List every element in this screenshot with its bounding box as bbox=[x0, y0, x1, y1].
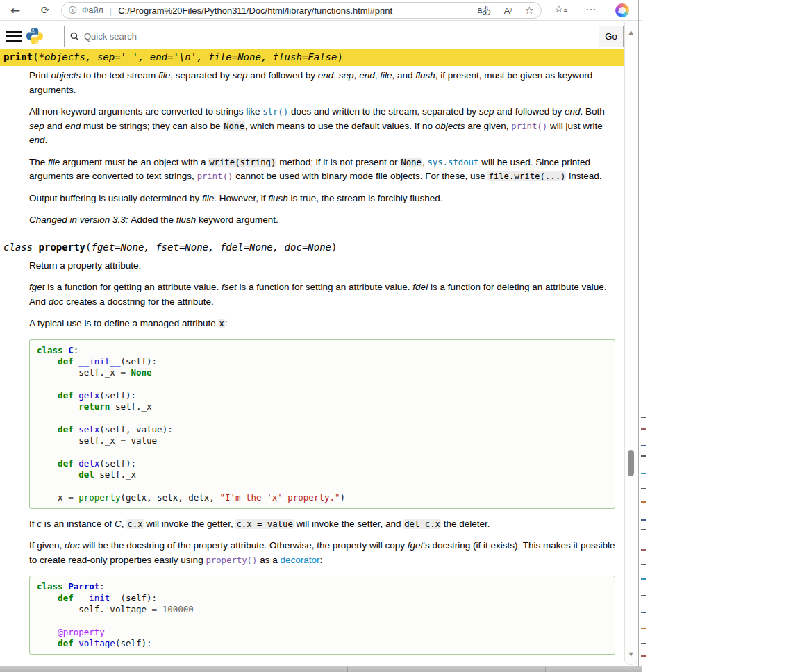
emphasis-text: flush bbox=[268, 193, 288, 203]
text-span: If given, bbox=[29, 540, 65, 551]
url-text[interactable]: C:/Program%20Files/Python311/Doc/html/li… bbox=[118, 6, 465, 16]
text-span: is an instance of bbox=[42, 519, 115, 529]
code-token: self._voltage bbox=[37, 604, 152, 614]
text-span: . bbox=[333, 70, 339, 81]
property-class-entry: class property(fget=None, fset=None, fde… bbox=[0, 239, 624, 655]
background-window-sliver-mark bbox=[641, 488, 646, 489]
text-span: : bbox=[320, 555, 323, 565]
page-scrollbar[interactable]: ▲ ▼ bbox=[624, 22, 638, 665]
code-token bbox=[37, 638, 58, 648]
code-token: class bbox=[37, 345, 63, 355]
print-description: Print objects to the text stream file, s… bbox=[29, 69, 615, 228]
emphasis-text: file bbox=[380, 70, 392, 81]
background-window-sliver-mark bbox=[641, 612, 646, 613]
scrollbar-thumb[interactable] bbox=[628, 450, 634, 476]
paragraph: Return a property attribute. bbox=[29, 259, 615, 274]
print-signature: print(*objects, sep=' ', end='\n', file=… bbox=[0, 49, 624, 66]
text-span: the deleter. bbox=[441, 519, 490, 529]
background-window-sliver-mark bbox=[641, 628, 646, 629]
refresh-button[interactable]: ⟳ bbox=[36, 1, 54, 19]
paragraph: If c is an instance of C, c.x will invok… bbox=[29, 517, 615, 532]
emphasis-text: C bbox=[115, 519, 122, 529]
code-token: : bbox=[99, 581, 105, 591]
text-span: does and written to the stream, separate… bbox=[288, 106, 479, 117]
background-window-sliver-mark bbox=[641, 473, 646, 474]
inline-code: file.write(...) bbox=[488, 171, 566, 181]
more-menu-icon[interactable]: … bbox=[585, 1, 597, 13]
code-example-class-c: class C: def __init__(self): self._x = N… bbox=[29, 339, 615, 509]
browser-toolbar: ← ⟳ ⓘ Файл | C:/Program%20Files/Python31… bbox=[0, 0, 642, 21]
add-favorite-star-icon[interactable]: ☆ bbox=[525, 4, 534, 17]
text-span: A typical use is to define a managed att… bbox=[29, 318, 218, 328]
scrollbar-down-arrow-icon[interactable]: ▼ bbox=[625, 651, 637, 657]
text-span: The bbox=[29, 157, 48, 167]
text-span: is true, the stream is forcibly flushed. bbox=[288, 193, 443, 203]
code-token: self._x bbox=[110, 401, 151, 412]
code-token: 100000 bbox=[162, 604, 194, 614]
background-window-sliver-mark bbox=[641, 519, 646, 521]
code-token: = bbox=[68, 492, 74, 503]
text-span: . Both bbox=[580, 106, 604, 117]
search-input[interactable] bbox=[84, 31, 593, 42]
text-span: as a bbox=[257, 555, 280, 565]
inline-code: c.x bbox=[126, 519, 143, 529]
emphasis-text: end bbox=[29, 135, 45, 145]
code-token: "I'm the 'x' property." bbox=[219, 492, 340, 503]
code-token bbox=[37, 401, 78, 412]
inline-code-link[interactable]: sys.stdout bbox=[427, 158, 478, 167]
text-span: will just write bbox=[547, 121, 603, 131]
signature-paren: ) bbox=[331, 242, 337, 253]
copilot-icon[interactable] bbox=[615, 3, 629, 17]
code-token: setx bbox=[78, 424, 99, 435]
menu-hamburger-icon[interactable] bbox=[6, 31, 22, 42]
text-span: is a function for setting an attribute v… bbox=[237, 282, 413, 292]
address-bar[interactable]: ⓘ Файл | C:/Program%20Files/Python311/Do… bbox=[61, 2, 542, 19]
go-button[interactable]: Go bbox=[599, 26, 624, 47]
code-token: : bbox=[74, 345, 79, 355]
taskbar-top-edge bbox=[0, 666, 642, 672]
code-token: None bbox=[131, 367, 151, 378]
quick-search-box[interactable] bbox=[64, 26, 599, 47]
text-span: is a function for getting an attribute v… bbox=[45, 282, 222, 292]
favorites-collections-icon[interactable]: ☆≡ bbox=[554, 3, 567, 15]
code-token: self._x bbox=[37, 367, 120, 378]
background-window-sliver-mark bbox=[641, 455, 646, 457]
emphasis-text: file bbox=[202, 193, 214, 203]
inline-code-link-visited[interactable]: property() bbox=[206, 555, 257, 565]
back-button[interactable]: ← bbox=[6, 1, 24, 19]
code-token bbox=[37, 458, 58, 469]
inline-code-link-visited[interactable]: print() bbox=[197, 171, 233, 181]
site-info-icon[interactable]: ⓘ bbox=[69, 5, 77, 17]
code-token: voltage bbox=[78, 638, 115, 648]
code-token: ) bbox=[340, 492, 346, 503]
emphasis-text: objects bbox=[51, 70, 81, 81]
emphasis-text: sep bbox=[233, 70, 248, 81]
inline-code-link-visited[interactable]: print() bbox=[511, 121, 547, 131]
text-span: will be the docstring of the property at… bbox=[80, 540, 408, 551]
paragraph: Output buffering is usually determined b… bbox=[29, 192, 615, 206]
property-description: Return a property attribute. fget is a f… bbox=[29, 259, 615, 655]
code-token: __init__ bbox=[78, 593, 120, 603]
code-token: property bbox=[78, 492, 120, 503]
read-aloud-icon[interactable]: A⁾ bbox=[504, 6, 512, 16]
code-token: return bbox=[78, 401, 110, 412]
inline-link[interactable]: decorator bbox=[280, 555, 319, 565]
scrollbar-up-arrow-icon[interactable]: ▲ bbox=[625, 29, 637, 35]
inline-code-link[interactable]: str() bbox=[262, 107, 288, 117]
code-token: = bbox=[120, 435, 126, 446]
background-window-sliver-mark bbox=[641, 643, 646, 644]
code-token bbox=[37, 390, 58, 401]
python-logo-icon[interactable] bbox=[26, 27, 44, 48]
emphasis-text: fset bbox=[222, 282, 237, 292]
collections-lines-glyph: ≡ bbox=[563, 7, 566, 14]
inline-code: c.x = value bbox=[235, 519, 293, 529]
translate-icon[interactable]: aあ bbox=[477, 4, 492, 17]
background-window-sliver-mark bbox=[641, 428, 646, 430]
text-span: Output buffering is usually determined b… bbox=[29, 193, 202, 203]
code-token: Parrot bbox=[68, 581, 99, 591]
signature-params: *objects, sep=' ', end='\n', file=None, … bbox=[39, 51, 338, 62]
emphasis-text: doc bbox=[65, 540, 80, 551]
code-token bbox=[157, 604, 162, 614]
text-span: creates a docstring for the attribute. bbox=[64, 296, 214, 307]
emphasis-text: doc bbox=[49, 296, 64, 307]
